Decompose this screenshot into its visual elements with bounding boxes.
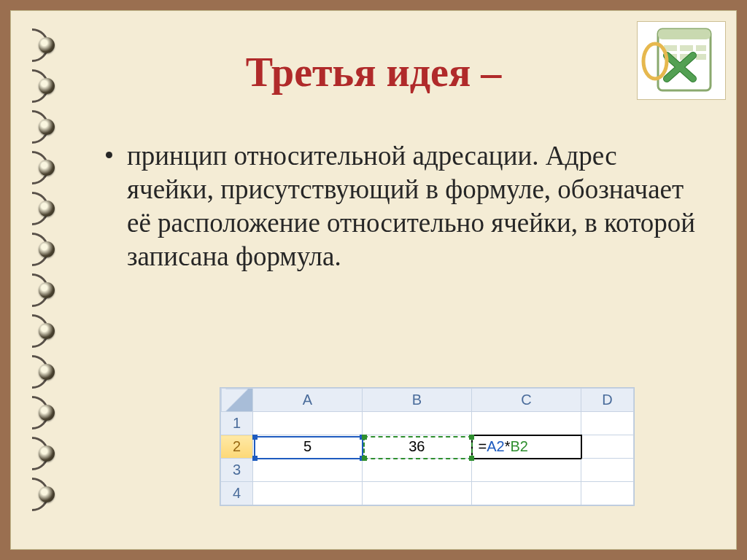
col-header-a: A	[253, 389, 363, 412]
col-header-b: B	[363, 389, 472, 412]
slide-body: принцип относительной адресации. Адрес я…	[106, 139, 704, 273]
cell-a4	[253, 482, 363, 505]
cell-b4	[363, 482, 472, 505]
cell-c3	[472, 459, 581, 482]
cell-d1	[581, 412, 634, 435]
col-header-c: C	[472, 389, 581, 412]
bullet-dot-icon	[106, 152, 112, 158]
cell-b3	[363, 459, 472, 482]
svg-rect-1	[658, 29, 711, 39]
col-header-d: D	[581, 389, 634, 412]
cell-b1	[363, 412, 472, 435]
bullet-text: принцип относительной адресации. Адрес я…	[127, 139, 704, 273]
row-header-3: 3	[221, 459, 253, 482]
row-header-4: 4	[221, 482, 253, 505]
row-header-2: 2	[221, 435, 253, 459]
cell-c2-formula: =A2*B2	[472, 435, 581, 459]
cell-a1	[253, 412, 363, 435]
excel-grid-illustration: A B C D 1 2 5 36 =A2*B2	[220, 387, 635, 506]
cell-a2: 5	[253, 435, 363, 459]
cell-c1	[472, 412, 581, 435]
spiral-binding	[20, 24, 78, 537]
slide-surface: Третья идея – принцип относительной адре…	[10, 10, 737, 550]
cell-b2: 36	[363, 435, 472, 459]
cell-d4	[581, 482, 634, 505]
select-all-corner	[221, 389, 253, 412]
cell-d3	[581, 459, 634, 482]
cell-c4	[472, 482, 581, 505]
cell-d2	[581, 435, 634, 459]
bullet-item: принцип относительной адресации. Адрес я…	[106, 139, 704, 273]
slide-outer-frame: Третья идея – принцип относительной адре…	[0, 0, 747, 560]
slide-title: Третья идея –	[11, 49, 736, 96]
row-header-1: 1	[221, 412, 253, 435]
cell-a3	[253, 459, 363, 482]
